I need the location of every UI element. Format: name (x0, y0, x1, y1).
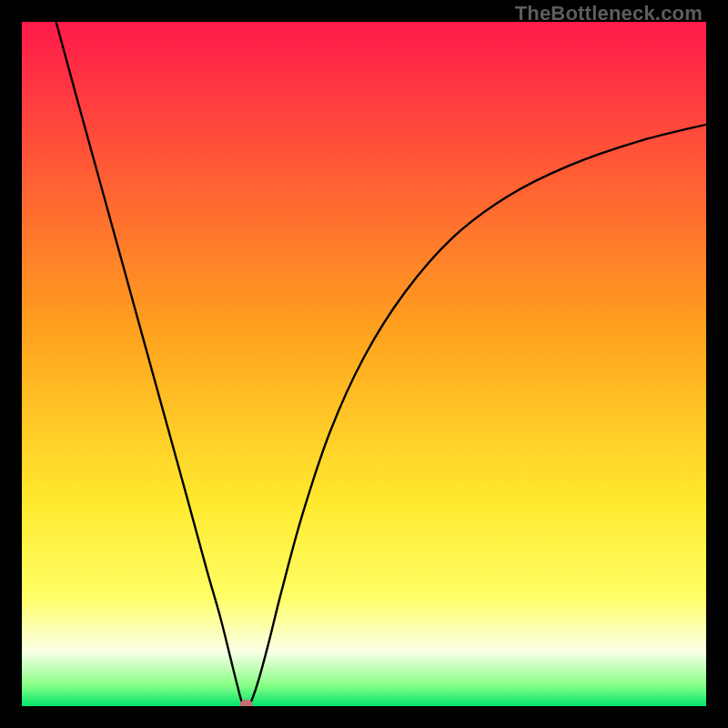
bottleneck-chart (22, 22, 706, 706)
chart-frame (22, 22, 706, 706)
chart-background (22, 22, 706, 706)
